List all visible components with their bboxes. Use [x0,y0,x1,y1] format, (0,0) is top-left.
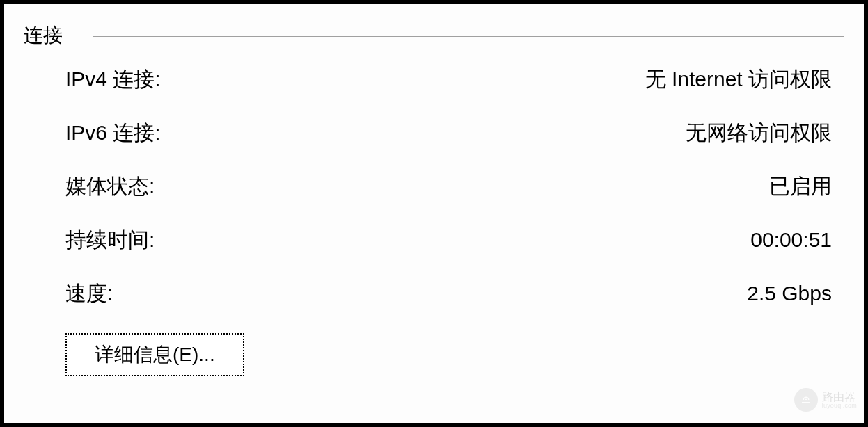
prop-row-ipv4: IPv4 连接: 无 Internet 访问权限 [65,65,832,94]
connection-fieldset: 连接 IPv4 连接: 无 Internet 访问权限 IPv6 连接: 无网络… [11,10,857,389]
prop-row-duration: 持续时间: 00:00:51 [65,226,832,255]
connection-properties: IPv4 连接: 无 Internet 访问权限 IPv6 连接: 无网络访问权… [24,65,844,308]
prop-row-media-state: 媒体状态: 已启用 [65,172,832,201]
prop-row-speed: 速度: 2.5 Gbps [65,280,832,308]
prop-label-ipv6: IPv6 连接: [65,119,161,147]
fieldset-divider [93,36,844,37]
prop-row-ipv6: IPv6 连接: 无网络访问权限 [65,119,832,147]
prop-value-duration: 00:00:51 [750,228,832,252]
prop-value-speed: 2.5 Gbps [747,282,832,305]
button-row: 详细信息(E)... [24,333,844,376]
prop-label-media-state: 媒体状态: [65,172,155,201]
watermark-text: 路由器 luyouqi.com [822,392,857,409]
watermark-main: 路由器 [822,392,857,403]
router-icon [794,388,818,412]
prop-label-speed: 速度: [65,280,113,308]
watermark-sub: luyouqi.com [822,403,857,409]
fieldset-legend: 连接 [24,22,70,49]
details-button[interactable]: 详细信息(E)... [65,333,244,376]
prop-label-duration: 持续时间: [65,226,155,255]
prop-value-ipv4: 无 Internet 访问权限 [645,65,832,94]
connection-status-panel: 连接 IPv4 连接: 无 Internet 访问权限 IPv6 连接: 无网络… [0,0,868,427]
prop-value-media-state: 已启用 [769,172,832,201]
prop-label-ipv4: IPv4 连接: [65,65,161,94]
prop-value-ipv6: 无网络访问权限 [686,119,832,147]
watermark: 路由器 luyouqi.com [794,388,857,412]
